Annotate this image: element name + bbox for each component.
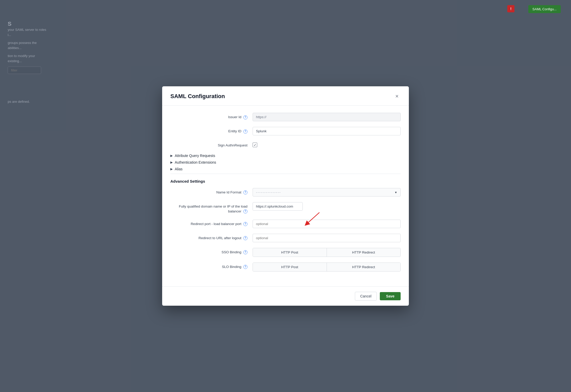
sso-binding-row: SSO Binding ? HTTP Post HTTP Redirect xyxy=(170,248,401,257)
entity-id-help-icon[interactable]: ? xyxy=(243,129,247,134)
sign-authn-checkbox-container: ✓ xyxy=(253,141,257,147)
attribute-query-section[interactable]: ▶ Attribute Query Requests xyxy=(170,154,401,158)
sso-http-redirect-button[interactable]: HTTP Redirect xyxy=(327,248,401,257)
name-id-format-label: Name Id Format ? xyxy=(170,188,253,195)
section-divider xyxy=(170,174,401,174)
redirect-port-label: Redirect port - load balancer port ? xyxy=(170,220,253,227)
sso-http-post-button[interactable]: HTTP Post xyxy=(253,248,327,257)
redirect-url-help-icon[interactable]: ? xyxy=(243,236,247,240)
close-button[interactable]: × xyxy=(393,92,401,100)
modal-body: Issuer Id ? Entity ID ? Sign AuthnReques… xyxy=(162,106,409,284)
attribute-query-arrow-icon: ▶ xyxy=(170,154,173,157)
redirect-url-row: Redirect to URL after logout ? xyxy=(170,234,401,242)
fqdn-help-icon[interactable]: ? xyxy=(243,209,247,213)
entity-id-input[interactable] xyxy=(253,127,401,135)
redirect-port-input[interactable] xyxy=(253,220,401,228)
modal-header: SAML Configuration × xyxy=(162,86,409,106)
entity-id-label: Entity ID ? xyxy=(170,127,253,134)
slo-binding-group: HTTP Post HTTP Redirect xyxy=(253,263,401,272)
sso-binding-group: HTTP Post HTTP Redirect xyxy=(253,248,401,257)
auth-extensions-section[interactable]: ▶ Authentication Extensions xyxy=(170,160,401,164)
slo-binding-label: SLO Binding ? xyxy=(170,263,253,269)
issuer-id-help-icon[interactable]: ? xyxy=(243,115,247,119)
redirect-port-row: Redirect port - load balancer port ? xyxy=(170,220,401,228)
entity-id-row: Entity ID ? xyxy=(170,127,401,135)
auth-extensions-label: Authentication Extensions xyxy=(175,160,216,164)
advanced-settings-title: Advanced Settings xyxy=(170,179,401,183)
name-id-format-row: Name Id Format ? --------------- ▼ xyxy=(170,188,401,197)
sso-binding-label: SSO Binding ? xyxy=(170,248,253,255)
save-button[interactable]: Save xyxy=(380,292,401,300)
redirect-port-help-icon[interactable]: ? xyxy=(243,222,247,226)
alias-section[interactable]: ▶ Alias xyxy=(170,167,401,171)
issuer-id-input[interactable] xyxy=(253,113,401,121)
slo-http-redirect-button[interactable]: HTTP Redirect xyxy=(327,263,401,271)
issuer-id-label: Issuer Id ? xyxy=(170,113,253,120)
attribute-query-label: Attribute Query Requests xyxy=(175,154,215,158)
fqdn-label: Fully qualified domain name or IP of the… xyxy=(170,202,253,214)
cancel-button[interactable]: Cancel xyxy=(355,292,377,301)
name-id-format-select-inner: --------------- ▼ xyxy=(256,190,397,194)
slo-binding-help-icon[interactable]: ? xyxy=(243,265,247,269)
modal-footer: Cancel Save xyxy=(162,286,409,306)
slo-http-post-button[interactable]: HTTP Post xyxy=(253,263,327,271)
redirect-url-input[interactable] xyxy=(253,234,401,242)
fqdn-field-container xyxy=(253,202,401,211)
alias-arrow-icon: ▶ xyxy=(170,167,173,171)
modal-title: SAML Configuration xyxy=(170,93,225,100)
modal-backdrop: SAML Configuration × Issuer Id ? Entity … xyxy=(0,0,571,392)
alias-label: Alias xyxy=(175,167,182,171)
redirect-url-label: Redirect to URL after logout ? xyxy=(170,234,253,241)
sso-binding-help-icon[interactable]: ? xyxy=(243,250,247,254)
saml-config-modal: SAML Configuration × Issuer Id ? Entity … xyxy=(162,86,409,306)
dropdown-arrow-icon: ▼ xyxy=(394,191,397,194)
name-id-format-help-icon[interactable]: ? xyxy=(243,190,247,194)
checkmark-icon: ✓ xyxy=(254,143,256,147)
issuer-id-row: Issuer Id ? xyxy=(170,113,401,121)
slo-binding-row: SLO Binding ? HTTP Post HTTP Redirect xyxy=(170,263,401,272)
fqdn-input[interactable] xyxy=(253,202,303,211)
name-id-format-dashes: --------------- xyxy=(256,190,281,194)
fqdn-row: Fully qualified domain name or IP of the… xyxy=(170,202,401,214)
auth-extensions-arrow-icon: ▶ xyxy=(170,161,173,164)
name-id-format-select[interactable]: --------------- ▼ xyxy=(253,188,401,197)
sign-authn-label: Sign AuthnRequest xyxy=(170,141,253,148)
sign-authn-row: Sign AuthnRequest ✓ xyxy=(170,141,401,148)
sign-authn-checkbox[interactable]: ✓ xyxy=(253,143,257,147)
